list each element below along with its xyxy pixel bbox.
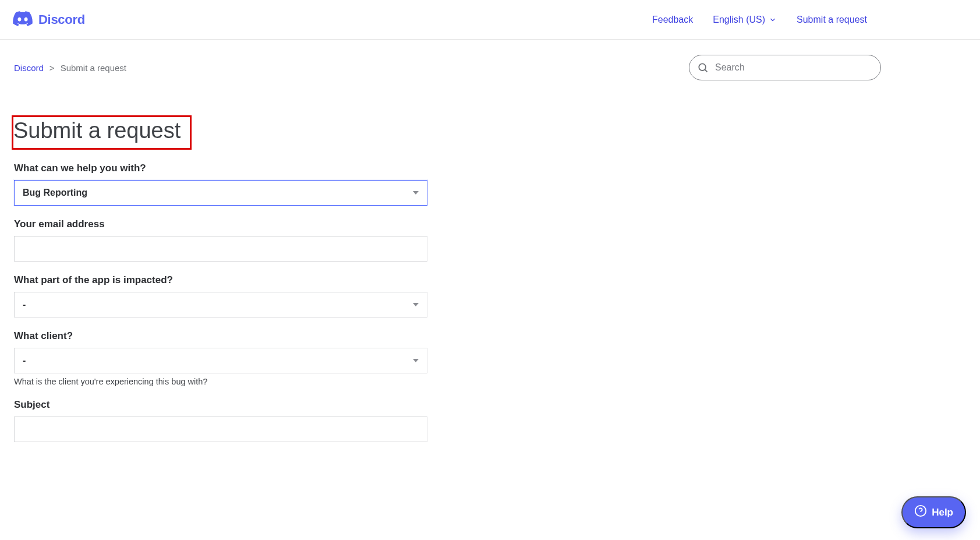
select-impacted-part-value: - bbox=[23, 299, 26, 310]
topbar: Discord > Submit a request bbox=[0, 40, 980, 80]
label-subject: Subject bbox=[14, 399, 429, 411]
main-content: Submit a request What can we help you wi… bbox=[0, 80, 443, 478]
caret-down-icon bbox=[413, 191, 419, 195]
label-impacted-part: What part of the app is impacted? bbox=[14, 274, 429, 286]
caret-down-icon bbox=[413, 359, 419, 362]
help-button[interactable]: Help bbox=[901, 496, 966, 528]
label-help-with: What can we help you with? bbox=[14, 163, 429, 174]
field-client: What client? - What is the client you're… bbox=[14, 330, 429, 386]
input-email-shell[interactable] bbox=[14, 236, 427, 262]
help-icon bbox=[914, 504, 927, 520]
select-client[interactable]: - bbox=[14, 348, 427, 373]
field-subject: Subject bbox=[14, 399, 429, 442]
select-help-with[interactable]: Bug Reporting bbox=[14, 180, 427, 206]
input-subject-shell[interactable] bbox=[14, 417, 427, 442]
select-client-value: - bbox=[23, 355, 26, 366]
svg-line-1 bbox=[705, 70, 707, 72]
search-wrap bbox=[689, 55, 881, 80]
field-help-with: What can we help you with? Bug Reporting bbox=[14, 163, 429, 206]
breadcrumb-separator: > bbox=[49, 63, 55, 73]
svg-point-2 bbox=[915, 506, 926, 516]
field-impacted-part: What part of the app is impacted? - bbox=[14, 274, 429, 317]
breadcrumb-current: Submit a request bbox=[61, 63, 126, 73]
page-title-highlight: Submit a request bbox=[12, 115, 192, 150]
field-email: Your email address bbox=[14, 218, 429, 262]
language-label: English (US) bbox=[713, 15, 765, 25]
chevron-down-icon bbox=[769, 16, 777, 24]
page-title: Submit a request bbox=[13, 117, 186, 148]
feedback-link[interactable]: Feedback bbox=[652, 15, 693, 25]
label-client: What client? bbox=[14, 330, 429, 342]
select-impacted-part[interactable]: - bbox=[14, 292, 427, 317]
search-input[interactable] bbox=[689, 55, 881, 80]
select-help-with-value: Bug Reporting bbox=[23, 188, 87, 198]
site-header: Discord Feedback English (US) Submit a r… bbox=[0, 0, 980, 40]
email-input[interactable] bbox=[23, 237, 419, 261]
svg-point-0 bbox=[699, 63, 706, 70]
label-email: Your email address bbox=[14, 218, 429, 230]
submit-request-link[interactable]: Submit a request bbox=[797, 15, 867, 25]
brand-name: Discord bbox=[38, 12, 85, 27]
search-icon bbox=[697, 62, 709, 73]
discord-logo-icon bbox=[13, 11, 33, 29]
help-client: What is the client you're experiencing t… bbox=[14, 377, 429, 386]
breadcrumb-root[interactable]: Discord bbox=[14, 63, 44, 73]
caret-down-icon bbox=[413, 303, 419, 306]
subject-input[interactable] bbox=[23, 417, 419, 442]
header-nav: Feedback English (US) Submit a request bbox=[652, 15, 867, 25]
breadcrumb: Discord > Submit a request bbox=[14, 63, 126, 73]
brand-logo-link[interactable]: Discord bbox=[13, 11, 85, 29]
language-selector[interactable]: English (US) bbox=[713, 15, 777, 25]
help-button-label: Help bbox=[932, 507, 953, 518]
